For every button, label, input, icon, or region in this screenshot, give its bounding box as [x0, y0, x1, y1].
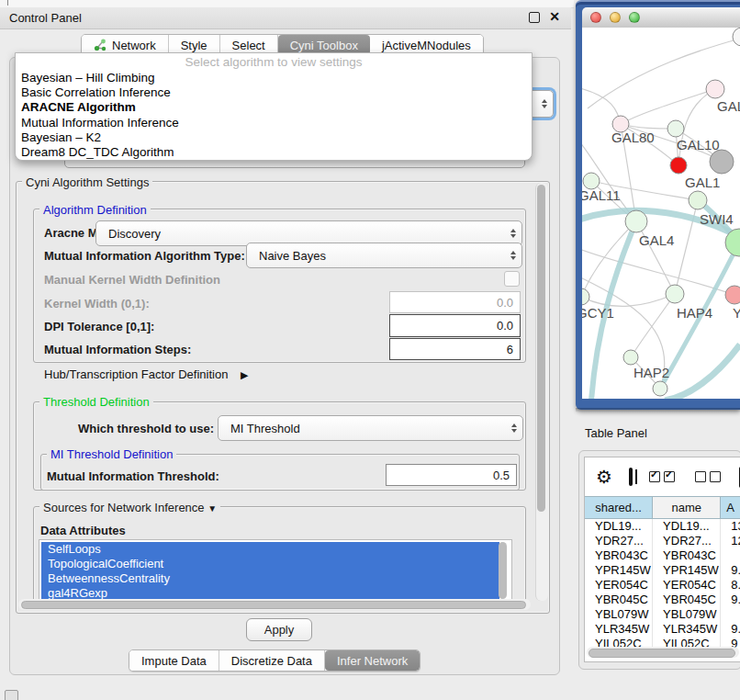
which-threshold-value: MI Threshold — [219, 422, 506, 435]
network-node-swi4[interactable] — [689, 191, 707, 209]
column-browser-icon[interactable] — [629, 468, 633, 486]
sources-toggle[interactable]: Sources for Network Inference ▼ — [39, 501, 220, 514]
table-hscroll-thumb[interactable] — [589, 649, 735, 658]
combo-stepper-icon[interactable] — [505, 251, 521, 260]
close-icon[interactable]: ✕ — [549, 9, 560, 24]
apply-button[interactable]: Apply — [246, 618, 312, 641]
panel-corner-icon[interactable] — [5, 690, 18, 700]
attribute-item-betweennesscentrality[interactable]: BetweennessCentrality — [41, 571, 499, 586]
float-window-icon[interactable] — [529, 12, 540, 23]
table-cell: YPR145W — [585, 563, 653, 578]
settings-hscroll-thumb[interactable] — [21, 601, 526, 609]
attribute-item-selfloops[interactable]: SelfLoops — [41, 542, 499, 557]
column-header-shared[interactable]: shared... — [585, 497, 653, 518]
kernel-width-field[interactable]: 0.0 — [389, 291, 521, 313]
table-cell: 9. — [721, 593, 740, 607]
network-node[interactable] — [653, 381, 667, 396]
threshold-definition-title: Threshold Definition — [39, 395, 153, 409]
network-edge[interactable] — [582, 248, 734, 295]
table-row[interactable]: YER054CYER054C8. — [585, 578, 740, 593]
table-row[interactable]: YBL079WYBL079W — [585, 607, 740, 622]
attributes-list-scrollbar[interactable] — [499, 542, 507, 599]
select-all-icon[interactable] — [649, 471, 678, 482]
network-node-gcy1[interactable] — [582, 288, 589, 305]
bottom-tab-infer-network[interactable]: Infer Network — [325, 650, 420, 671]
mi-threshold-group-title: MI Threshold Definition — [47, 447, 176, 461]
algorithm-option-basic-correlation-inference[interactable]: Basic Correlation Inference — [16, 85, 532, 100]
network-node-hap4[interactable] — [666, 285, 684, 303]
settings-vscroll-thumb[interactable] — [537, 185, 545, 512]
data-attributes-list[interactable]: SelfLoopsTopologicalCoefficientBetweenne… — [39, 539, 512, 606]
network-graph: GALGAL80GAL10GAL1GAL11SWI4GAL4GCY1HAP4YH… — [582, 28, 740, 399]
deselect-all-icon[interactable] — [695, 471, 724, 482]
network-node[interactable] — [710, 150, 734, 174]
network-node-hap2[interactable] — [623, 350, 638, 365]
table-panel-inner: ⚙ shared...nameA YDL19...YDL19...13YDR27… — [584, 457, 740, 662]
gear-icon[interactable]: ⚙ — [596, 466, 612, 488]
table-cell: 9. — [721, 563, 740, 578]
table-toolbar: ⚙ — [585, 457, 740, 496]
network-canvas[interactable]: GALGAL80GAL10GAL1GAL11SWI4GAL4GCY1HAP4YH… — [582, 28, 740, 399]
algorithm-option-bayesian-k2[interactable]: Bayesian – K2 — [16, 130, 532, 145]
attribute-item-topologicalcoefficient[interactable]: TopologicalCoefficient — [41, 557, 499, 571]
network-node-gal[interactable] — [706, 80, 724, 98]
network-node-y[interactable] — [725, 286, 740, 304]
bottom-tab-discretize-data[interactable]: Discretize Data — [219, 650, 325, 671]
table-panel-titlebar: Table Panel — [576, 421, 740, 445]
cyni-settings-title: Cyni Algorithm Settings — [22, 175, 152, 189]
mi-threshold-field[interactable]: 0.5 — [386, 464, 517, 486]
table-cell: YBR045C — [653, 593, 721, 607]
table-cell: 13 — [721, 519, 740, 534]
mi-steps-field[interactable]: 6 — [389, 338, 521, 360]
table-cell: YBR045C — [585, 593, 653, 607]
algorithm-option-bayesian-hill-climbing[interactable]: Bayesian – Hill Climbing — [16, 71, 532, 85]
manual-kernel-checkbox[interactable] — [504, 271, 520, 287]
network-edge[interactable] — [631, 294, 675, 357]
network-node-gal4[interactable] — [625, 210, 647, 232]
network-edge[interactable] — [621, 89, 715, 124]
popup-placeholder: Select algorithm to view settings — [16, 53, 532, 71]
collapsed-arrow-icon: ▶ — [241, 369, 248, 380]
network-node-gal10[interactable] — [667, 120, 684, 137]
table-row[interactable]: YDR27...YDR27...12 — [585, 534, 740, 548]
aracne-mode-value: Discovery — [96, 227, 505, 241]
algorithm-option-mutual-information-inference[interactable]: Mutual Information Inference — [16, 116, 532, 130]
minimize-traffic-light-icon[interactable] — [610, 12, 621, 23]
column-header-name[interactable]: name — [653, 497, 721, 518]
table-row[interactable]: YLR345WYLR345W9. — [585, 622, 740, 637]
control-panel-title: Control Panel — [9, 11, 82, 25]
column-header-a[interactable]: A — [721, 497, 740, 518]
expanded-arrow-icon: ▼ — [207, 503, 217, 514]
combo-stepper-icon[interactable] — [506, 423, 522, 433]
tab-network-label: Network — [112, 39, 156, 52]
data-attributes-label: Data Attributes — [40, 524, 126, 537]
dpi-tolerance-field[interactable]: 0.0 — [389, 314, 521, 337]
table-row[interactable]: YBR043CYBR043C — [585, 548, 740, 563]
which-threshold-combo[interactable]: MI Threshold — [218, 415, 523, 441]
combo-stepper-icon[interactable] — [536, 99, 553, 108]
node-label: GAL4 — [639, 232, 674, 248]
table-cell — [721, 548, 740, 563]
algorithm-option-aracne-algorithm[interactable]: ARACNE Algorithm — [16, 100, 532, 115]
bottom-tab-impute-data[interactable]: Impute Data — [129, 650, 219, 671]
hub-definition-toggle[interactable]: Hub/Transcription Factor Definition ▶ — [44, 367, 248, 381]
node-label: GAL10 — [677, 137, 720, 152]
combo-stepper-icon[interactable] — [505, 229, 521, 238]
top-tick — [7, 0, 8, 6]
tab-jactivemnodules-label: jActiveMNodules — [382, 39, 471, 52]
node-label: HAP4 — [677, 305, 712, 321]
table-row[interactable]: YPR145WYPR145W9. — [585, 563, 740, 578]
close-traffic-light-icon[interactable] — [590, 12, 601, 23]
table-cell: YER054C — [585, 578, 653, 593]
mi-type-value: Naive Bayes — [247, 249, 505, 263]
network-edge-thick[interactable] — [665, 344, 740, 399]
node-label: Y — [733, 305, 740, 321]
table-row[interactable]: YDL19...YDL19...13 — [585, 519, 740, 534]
node-label: SWI4 — [700, 211, 734, 227]
mi-type-combo[interactable]: Naive Bayes — [246, 243, 522, 268]
zoom-traffic-light-icon[interactable] — [629, 12, 640, 23]
network-node[interactable] — [733, 28, 740, 46]
network-node-gal1[interactable] — [670, 157, 687, 174]
algorithm-option-dream8-dc-tdc-algorithm[interactable]: Dream8 DC_TDC Algorithm — [16, 145, 532, 160]
table-row[interactable]: YBR045CYBR045C9. — [585, 593, 740, 607]
